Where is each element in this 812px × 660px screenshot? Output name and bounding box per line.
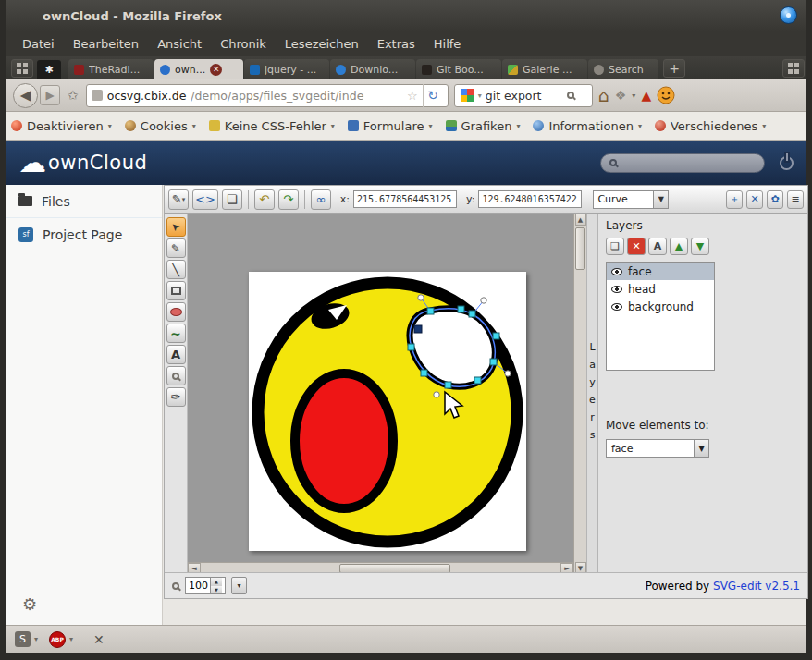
eye-visibility-icon[interactable] [611,268,622,275]
canvas-area[interactable]: ◄ ► [188,214,573,574]
control-point[interactable] [434,392,439,397]
search-icon[interactable] [567,92,574,99]
select-tool[interactable]: ➤ [166,217,186,237]
owncloud-logo[interactable]: ☁ ownCloud [18,149,147,177]
delete-layer-button[interactable]: ✕ [627,238,646,255]
devbar-formulare[interactable]: Formulare▾ [348,119,433,133]
layer-row-face[interactable]: face [607,263,714,280]
chevron-down-icon[interactable]: ▾ [69,635,73,643]
raise-layer-button[interactable]: ▲ [670,238,688,255]
smiley-drawing[interactable] [249,272,526,551]
text-tool[interactable]: A [166,345,186,364]
eye-visibility-icon[interactable] [611,303,622,311]
devbar-verschiedenes[interactable]: Verschiedenes▾ [655,119,766,133]
x-coordinate-input[interactable] [353,190,457,208]
segment-type-select[interactable]: Curve ▼ [593,190,669,209]
adblock-icon[interactable]: ABP [49,631,66,648]
chevron-down-icon[interactable]: ▾ [632,92,635,100]
bookmark-star-icon[interactable]: ✩ [66,88,80,103]
control-point[interactable] [505,371,511,376]
menu-ansicht[interactable]: Ansicht [148,32,211,55]
drawing-canvas[interactable] [249,272,526,551]
chevron-down-icon[interactable]: ▾ [478,92,482,100]
new-tab-button[interactable]: + [663,59,685,78]
extension-icon[interactable]: ❖ [615,88,627,103]
undo-icon[interactable]: ↶ [254,189,275,210]
home-button[interactable]: ⌂ [598,85,609,105]
menu-bearbeiten[interactable]: Bearbeiten [64,32,148,55]
tab-search[interactable]: Search [588,59,658,79]
pencil-tool-icon[interactable]: ✎▾ [168,189,189,210]
new-layer-button[interactable]: ❏ [606,238,624,255]
spin-down-icon[interactable]: ▼ [211,586,222,594]
add-subpath-icon[interactable]: ＋ [726,190,743,209]
logout-power-icon[interactable] [780,156,794,170]
layer-row-head[interactable]: head [607,280,714,298]
y-coordinate-input[interactable] [478,190,582,208]
wireframe-icon[interactable]: ✿ [767,190,783,209]
layers-panel-handle[interactable]: Layers [586,214,598,574]
stylish-icon[interactable]: S [15,631,31,647]
rect-tool[interactable] [166,281,186,300]
scroll-up-icon[interactable]: ▲ [575,214,586,226]
layer-row-background[interactable]: background [607,298,714,315]
tab-list-button[interactable] [11,59,33,78]
back-button[interactable]: ◀ [13,83,38,108]
spin-up-icon[interactable]: ▲ [211,578,222,586]
smiley-icon[interactable] [657,86,675,104]
tab-download[interactable]: Downlo... [330,59,415,79]
link-control-points-icon[interactable]: ∞ [311,189,331,210]
window-button[interactable] [780,6,797,24]
ellipse-tool[interactable] [166,302,186,322]
sidebar-item-project-page[interactable]: sf Project Page [6,218,162,251]
reload-button[interactable]: ↻ [423,84,443,107]
tab-galerie[interactable]: Galerie ... [502,59,587,79]
view-source-icon[interactable]: <> [192,189,218,210]
settings-gear-icon[interactable]: ⚙ [22,594,37,614]
search-field[interactable]: ▾ [454,84,593,107]
star-icon[interactable]: ☆ [407,89,418,103]
tab-jquery[interactable]: jquery - ... [244,59,329,79]
clone-icon[interactable]: ❏ [222,189,242,210]
forward-button[interactable]: ▶ [40,85,60,105]
tab-owncloud-active[interactable]: own... ✕ [154,59,243,79]
menu-extras[interactable]: Extras [368,32,424,55]
path-tool[interactable]: ∼ [166,324,186,343]
chevron-down-icon[interactable]: ▾ [34,635,38,643]
mouth-ellipse[interactable] [295,373,393,508]
devbar-css[interactable]: Keine CSS-Fehler▾ [209,119,335,133]
menu-chronik[interactable]: Chronik [211,32,276,55]
url-field[interactable]: ocsvg.cbix.de /demo/apps/files_svgedit/i… [86,84,449,107]
zoom-tool[interactable] [166,366,186,385]
tab-theradi[interactable]: TheRadi... [68,59,154,79]
freehand-tool[interactable]: ✎ [166,238,186,258]
vertical-scrollbar[interactable]: ▲ ▼ [573,214,586,574]
upload-arrow-icon[interactable]: ▲ [641,88,651,103]
move-to-layer-select[interactable]: face ▼ [606,439,709,458]
scrollbar-thumb[interactable] [575,227,585,270]
devbar-cookies[interactable]: Cookies▾ [125,119,196,133]
close-addon-bar-icon[interactable]: ✕ [93,632,105,647]
control-point[interactable] [481,298,486,303]
zoom-input[interactable] [186,580,210,592]
selected-node[interactable] [414,325,422,333]
delete-node-icon[interactable]: ✕ [746,190,763,209]
menu-lesezeichen[interactable]: Lesezeichen [276,32,368,55]
eye-visibility-icon[interactable] [611,286,622,293]
rename-layer-button[interactable]: A [648,238,667,255]
eyedropper-tool[interactable]: ✑ [166,387,186,407]
control-point[interactable] [418,295,424,300]
sidebar-item-files[interactable]: Files [6,185,162,218]
tab-groups-button[interactable] [782,59,805,78]
devbar-deaktivieren[interactable]: Deaktivieren▾ [11,119,112,133]
svgedit-version-link[interactable]: SVG-edit v2.5.1 [713,580,800,593]
menu-datei[interactable]: Datei [13,32,64,55]
redo-icon[interactable]: ↷ [278,189,299,210]
tab-close-icon[interactable]: ✕ [210,64,222,76]
search-input[interactable] [486,89,563,103]
menu-hilfe[interactable]: Hilfe [424,32,471,55]
owncloud-search-field[interactable] [600,153,765,173]
lower-layer-button[interactable]: ▼ [691,238,709,255]
pinned-tab[interactable]: ✱ [37,60,61,79]
devbar-informationen[interactable]: Informationen▾ [533,119,642,133]
